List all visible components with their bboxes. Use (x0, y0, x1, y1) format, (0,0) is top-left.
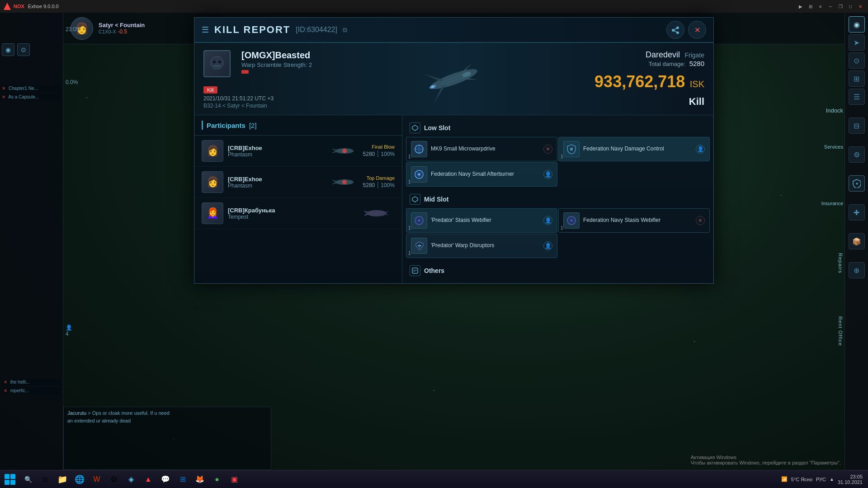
nox-restore-btn[interactable]: ❐ (836, 2, 844, 10)
modal-hamburger-icon[interactable]: ☰ (202, 25, 209, 35)
nox-maximize-btn[interactable]: □ (846, 2, 854, 10)
taskbar-app5-icon[interactable]: 🦊 (192, 471, 208, 488)
participant-ship-0: Phantasm (228, 151, 327, 158)
sidebar-services-icon[interactable]: ⚙ (849, 146, 865, 163)
nox-multi-btn[interactable]: ⊞ (807, 2, 815, 10)
sidebar-repairs-icon[interactable]: ✚ (849, 204, 865, 221)
svg-rect-33 (413, 271, 415, 272)
module-qty-mid-0: 1 (408, 225, 411, 230)
taskbar-app3-icon[interactable]: 💬 (157, 471, 174, 488)
participants-header: Participants [2] (194, 115, 402, 136)
modal-copy-icon[interactable]: ⧉ (343, 26, 347, 34)
taskbar-office-icon[interactable]: W (89, 471, 105, 488)
sidebar-indock-icon[interactable]: ⊟ (849, 117, 865, 134)
taskbar-app6-icon[interactable]: ● (209, 471, 225, 488)
low-slot-name: Low Slot (424, 124, 450, 131)
divider-1: | (377, 181, 381, 188)
dock-icon[interactable]: ⊙ (17, 43, 30, 56)
notif-3: ✕ the helli... (2, 379, 61, 385)
module-action-icon-1[interactable]: 👤 (696, 145, 705, 154)
taskbar-start-button[interactable] (2, 471, 18, 488)
participant-ship-1: Phantasm (228, 183, 327, 189)
damage-block: Total damage: 5280 (646, 60, 704, 68)
right-sidebar: ◉ ➤ ⊙ ⊞ ☰ ⊟ ⚙ ★ ✚ 📦 ⊕ (844, 13, 868, 470)
nox-minimize-btn[interactable]: ─ (826, 2, 835, 10)
svg-rect-32 (413, 270, 417, 271)
svg-marker-22 (412, 197, 418, 202)
sidebar-shield-icon[interactable]: ★ (849, 175, 865, 192)
participant-row-0[interactable]: 👩 [CRB]Exhoe Phantasm (194, 136, 402, 167)
participant-dmg-0: 5280 (363, 151, 375, 157)
module-action-icon-2[interactable]: 👤 (543, 170, 552, 179)
notif-close-2[interactable]: ✕ (2, 94, 5, 99)
taskbar-time-display: 23:05 (838, 474, 863, 479)
module-icon-mid-1 (563, 212, 580, 229)
notif-close-3[interactable]: ✕ (4, 380, 7, 385)
notif-close-4[interactable]: ✕ (4, 388, 7, 393)
sidebar-dock-icon[interactable]: ⊙ (849, 52, 865, 69)
participant-row-2[interactable]: 👩‍🦰 [CRB]Крабунька Tempest (194, 198, 402, 229)
taskbar-files-icon[interactable]: 📁 (54, 471, 71, 488)
svg-point-11 (342, 149, 347, 153)
taskbar-nox-icon[interactable]: ▣ (226, 471, 242, 488)
sidebar-extra-icon[interactable]: ⊕ (849, 262, 865, 278)
taskbar-app2-icon[interactable]: ▲ (140, 471, 156, 488)
participants-title: Participants (207, 122, 245, 129)
module-mid-0[interactable]: 1 'Predator' Stasis Webifier 👤 (406, 208, 557, 233)
ship-svg (391, 47, 517, 111)
mid-slot-name: Mid Slot (424, 196, 448, 203)
taskbar-edge-icon[interactable]: 🌐 (71, 471, 88, 488)
win-logo-tr (10, 474, 15, 479)
module-low-2[interactable]: 1 Federation Navy Small Afterburner 👤 (406, 162, 557, 187)
module-mid-2[interactable]: 1 'Predator' Warp Disruptors 👤 (406, 234, 557, 258)
module-icon-mid-2 (411, 238, 427, 254)
modal-close-button[interactable]: ✕ (688, 21, 706, 39)
modal-header: ☰ KILL REPORT [ID:6304422] ⧉ ✕ (194, 18, 713, 43)
nav-icon[interactable]: ◉ (2, 43, 14, 56)
module-name-low-1: Federation Navy Damage Control (583, 145, 692, 153)
nox-menu-btn[interactable]: ≡ (816, 2, 825, 10)
participant-info-0: [CRB]Exhoe Phantasm (228, 145, 327, 158)
sidebar-nav-icon[interactable]: ➤ (849, 34, 865, 51)
sidebar-inventory-icon[interactable]: ⊞ (849, 70, 865, 87)
sidebar-rentoffice-icon[interactable]: 📦 (849, 233, 865, 249)
participant-dmg-row-1: 5280 | 100% (363, 181, 395, 189)
taskbar-clock: 23:05 31.10.2021 (838, 474, 863, 485)
sidebar-market-icon[interactable]: ☰ (849, 89, 865, 105)
sidebar-map-icon[interactable]: ◉ (849, 16, 865, 33)
taskbar-search-icon[interactable]: 🔍 (20, 471, 36, 488)
taskbar-arrow[interactable]: ▲ (830, 477, 834, 482)
participants-panel: Participants [2] 👩 [CRB]Exhoe Phantasm (194, 115, 402, 283)
notif-4: ✕ mperfic... (2, 387, 61, 394)
svg-rect-18 (570, 148, 573, 150)
others-name: Others (424, 267, 444, 274)
participant-avatar-1: 👩 (202, 171, 223, 193)
module-low-0[interactable]: 1 MK9 Small Microwarpdrive ✕ (406, 137, 557, 161)
kill-info-section: Kill 2021/10/31 21:51:22 UTC +3 B32-14 <… (203, 83, 348, 109)
others-header: Others (402, 262, 713, 280)
taskbar-app1-icon[interactable]: ◈ (123, 471, 139, 488)
nox-play-btn[interactable]: ▶ (797, 2, 805, 10)
module-action-icon-mid-0[interactable]: 👤 (543, 216, 552, 225)
isk-value: 933,762,718 (594, 72, 685, 91)
modal-title: KILL REPORT (214, 24, 290, 36)
module-action-icon-mid-2[interactable]: 👤 (543, 241, 552, 250)
svg-point-14 (367, 210, 387, 216)
participant-blow-1: Top Damage (363, 175, 395, 181)
participant-row-1[interactable]: 👩 [CRB]Exhoe Phantasm (194, 167, 402, 198)
taskbar-app4-icon[interactable]: ⊞ (175, 471, 191, 488)
nox-close-btn[interactable]: ✕ (856, 2, 864, 10)
svg-point-17 (417, 147, 421, 151)
kill-right-info: Daredevil Frigate Total damage: 5280 933… (585, 43, 713, 115)
module-mid-1[interactable]: 1 Federation Navy Stasis Webifier ✕ (558, 208, 710, 233)
taskbar-settings-icon[interactable]: ⚙ (106, 471, 122, 488)
modal-overlay: ☰ KILL REPORT [ID:6304422] ⧉ ✕ (63, 13, 844, 470)
notif-close-1[interactable]: ✕ (2, 86, 5, 91)
victim-status-row (241, 70, 312, 74)
participant-name-2: [CRB]Крабунька (228, 207, 359, 214)
module-low-1[interactable]: 1 Federation Navy Damage Control 👤 (558, 137, 710, 161)
modal-share-button[interactable] (666, 21, 684, 39)
module-destroyed-icon-0: ✕ (543, 145, 552, 154)
participant-avatar-0: 👩 (202, 140, 223, 162)
taskbar-taskview-icon[interactable]: ⊡ (37, 471, 53, 488)
